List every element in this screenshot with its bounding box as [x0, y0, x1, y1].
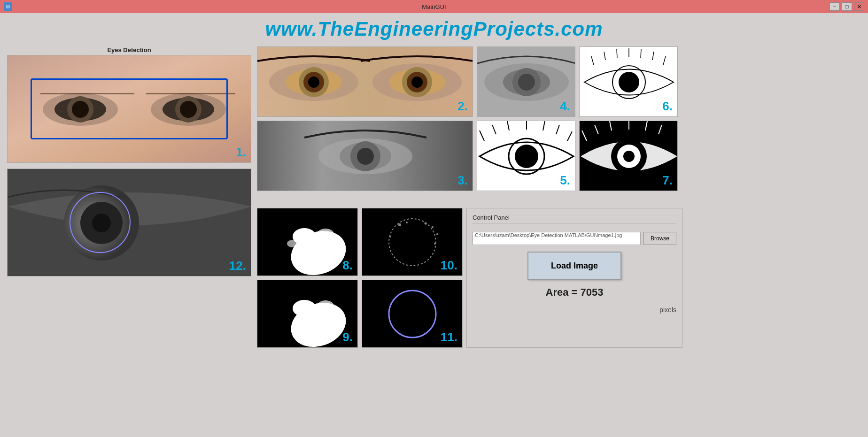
row-2: 3. [257, 121, 682, 191]
svg-point-73 [389, 219, 436, 266]
area-display: Area = 7053 [473, 286, 676, 299]
svg-line-36 [617, 49, 617, 58]
svg-point-74 [398, 223, 401, 226]
panel-2: 2. [257, 46, 473, 117]
row-1: 2. 4. [257, 46, 682, 117]
control-panel-title: Control Panel [473, 214, 676, 223]
left-column: Eyes Detection [7, 46, 251, 348]
panel-7-number: 7. [662, 173, 673, 188]
panel-1-inner: 1. [8, 55, 251, 162]
load-image-button[interactable]: Load Image [527, 252, 621, 280]
svg-point-78 [436, 233, 438, 235]
panel-3: 3. [257, 121, 473, 191]
load-image-container: Load Image [473, 252, 676, 280]
close-button[interactable]: ✕ [854, 2, 864, 11]
panel-8: 8. [257, 208, 358, 276]
svg-point-81 [389, 291, 436, 337]
row-3: 8. 9. [257, 208, 682, 348]
control-panel: Control Panel C:\Users\uzam\Desktop\Eye … [466, 208, 682, 348]
svg-point-59 [623, 151, 635, 162]
panel-10: 10. [362, 208, 463, 276]
panel-2-svg [257, 47, 473, 116]
restore-button[interactable]: □ [842, 2, 852, 11]
svg-point-45 [357, 148, 374, 165]
app-icon: M [4, 2, 12, 11]
panel-2-number: 2. [457, 99, 468, 114]
panel-10-inner: 10. [362, 208, 462, 276]
image-area: Eyes Detection [7, 46, 861, 348]
panel-11: 11. [362, 280, 463, 348]
col-8-9: 8. 9. [257, 208, 358, 348]
panel-5: 5. [477, 121, 575, 191]
svg-point-75 [406, 222, 408, 223]
svg-point-25 [411, 77, 423, 88]
browse-button[interactable]: Browse [643, 232, 676, 245]
panel-8-number: 8. [342, 258, 353, 273]
main-content: www.TheEngineeringProjects.com Eyes Dete… [0, 13, 868, 353]
title-bar: M MainGUI − □ ✕ [0, 0, 868, 13]
svg-point-79 [434, 243, 436, 245]
panel-8-inner: 8. [257, 208, 357, 276]
panel-3-svg [257, 121, 473, 191]
file-path-display: C:\Users\uzam\Desktop\Eye Detection MATL… [473, 232, 641, 245]
svg-point-72 [317, 300, 334, 312]
panel-9-number: 9. [342, 330, 353, 345]
panel-9-inner: 9. [257, 280, 357, 347]
panel-6-number: 6. [662, 99, 673, 114]
panel-9: 9. [257, 280, 358, 348]
panel-10-number: 10. [441, 258, 457, 273]
svg-point-20 [308, 77, 319, 88]
panel-11-number: 11. [441, 330, 457, 345]
pupil-circle [70, 192, 131, 253]
panel-12-inner: 12. [8, 169, 251, 276]
panel-7: 7. [579, 121, 678, 191]
svg-point-33 [619, 72, 639, 92]
file-row: C:\Users\uzam\Desktop\Eye Detection MATL… [473, 232, 676, 245]
panel-3-number: 3. [457, 173, 468, 188]
svg-line-38 [641, 49, 641, 58]
panel-12-number: 12. [229, 259, 246, 273]
svg-point-80 [389, 236, 391, 238]
svg-point-76 [425, 222, 427, 225]
header-title: www.TheEngineeringProjects.com [7, 18, 861, 40]
svg-point-77 [432, 226, 434, 228]
window-controls: − □ ✕ [829, 2, 864, 11]
panel-11-inner: 11. [362, 280, 462, 347]
svg-point-48 [515, 145, 538, 168]
spacer [257, 195, 682, 204]
panel-4-number: 4. [560, 99, 570, 114]
minimize-button[interactable]: − [829, 2, 840, 11]
col-10-11: 10. 11. [362, 208, 463, 348]
panel-1-label: Eyes Detection [7, 46, 251, 54]
detection-rectangle [31, 78, 228, 139]
svg-point-69 [287, 240, 298, 247]
area-unit: pixels [473, 306, 676, 314]
panel-6: 6. [579, 46, 678, 117]
center-grid: 2. 4. [257, 46, 682, 348]
panel-5-number: 5. [560, 173, 570, 188]
svg-point-71 [293, 300, 316, 317]
panel-12: 12. [7, 169, 251, 276]
window-title: MainGUI [422, 3, 446, 10]
panel-1: 1. [7, 55, 251, 163]
panel-1-number: 1. [236, 145, 246, 160]
area-value: Area = 7053 [546, 286, 604, 298]
panel-4: 4. [477, 46, 575, 117]
svg-point-68 [317, 229, 334, 240]
panel-1-container: Eyes Detection [7, 46, 251, 163]
svg-point-30 [518, 74, 535, 91]
